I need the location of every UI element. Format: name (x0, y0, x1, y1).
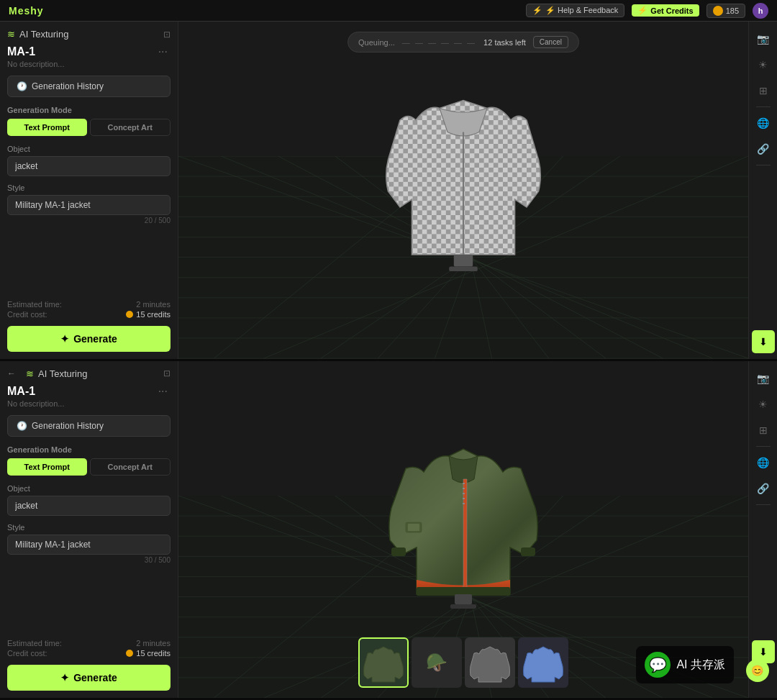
sidebar-title-row-2: ← ≋ AI Texturing (7, 368, 87, 379)
credits-display: 185 (706, 4, 745, 18)
sparkle-icon-1: ✦ (60, 333, 69, 345)
sun-tool-button-1[interactable]: ☀ (752, 53, 775, 76)
style-label-2: Style (7, 523, 171, 532)
generate-button-2[interactable]: ✦ Generate (7, 665, 171, 691)
help-feedback-button[interactable]: ⚡ ⚡ Help & Feedback (526, 4, 624, 17)
char-count-2: 30 / 500 (7, 556, 171, 564)
ai-texture-icon: ≋ (7, 29, 15, 40)
thumbnail-2[interactable] (465, 637, 515, 688)
bolt-icon: ⚡ (637, 6, 648, 15)
sidebar-1-title: AI Texturing (19, 29, 68, 40)
thumbnail-1[interactable]: 🪖 (412, 637, 462, 688)
estimated-row-2: Estimated time: 2 minutes (7, 639, 171, 647)
viewport-1: Queuing... — — — — — — 12 tasks left Can… (178, 22, 748, 359)
object-label-2: Object (7, 484, 171, 493)
style-input-1[interactable] (7, 195, 171, 215)
back-button-2[interactable]: ← (7, 368, 16, 378)
user-avatar[interactable]: h (753, 3, 768, 19)
panels-container: ≋ AI Texturing ⊡ MA-1 No description... … (0, 22, 777, 700)
sidebar-title-row: ≋ AI Texturing (7, 29, 68, 40)
project-name-2: MA-1 (7, 385, 64, 398)
credit-cost-row-2: Credit cost: 15 credits (7, 649, 171, 658)
sidebar-1-header: ≋ AI Texturing ⊡ (7, 29, 171, 40)
toolbar-separator-1 (756, 106, 771, 107)
jacket-svg-2 (384, 436, 542, 623)
svg-rect-60 (521, 547, 535, 556)
coin-icon (713, 6, 723, 16)
chat-float-button[interactable]: 😊 (746, 659, 769, 682)
thumbnail-0[interactable] (358, 637, 409, 688)
object-input-1[interactable] (7, 156, 171, 176)
viewport-2: 🪖 💬 AI 共存派 (178, 361, 748, 699)
expand-button-2[interactable]: ⊡ (163, 368, 171, 378)
sun-tool-button-2[interactable]: ☀ (752, 393, 775, 416)
cancel-button[interactable]: Cancel (533, 36, 568, 48)
credit-cost-row-1: Credit cost: 15 credits (7, 310, 171, 319)
credit-coin-icon-2 (126, 650, 133, 657)
concept-art-tab-2[interactable]: Concept Art (90, 458, 171, 476)
project-name-1: MA-1 (7, 45, 64, 58)
thumbnail-strip: 🪖 (358, 637, 568, 688)
style-label-1: Style (7, 183, 171, 192)
sidebar-2-title: AI Texturing (38, 368, 87, 379)
history-icon-1: 🕐 (17, 81, 27, 91)
queuing-dots: — — — — — — (402, 38, 476, 47)
text-prompt-tab-1[interactable]: Text Prompt (7, 119, 87, 136)
queuing-text: Queuing... (358, 38, 395, 47)
svg-rect-52 (463, 483, 465, 484)
project-info-2: MA-1 No description... (7, 385, 64, 415)
wechat-icon: 💬 (645, 652, 671, 678)
camera-tool-button-1[interactable]: 📷 (752, 27, 775, 50)
style-input-2[interactable] (7, 535, 171, 555)
history-icon-2: 🕐 (17, 421, 27, 431)
expand-button-1[interactable]: ⊡ (163, 29, 171, 40)
project-row-2: MA-1 No description... ··· (7, 385, 171, 415)
download-tool-button-1[interactable]: ⬇ (752, 330, 775, 353)
topbar-right: ⚡ ⚡ Help & Feedback ⚡ Get Credits 185 h (526, 3, 768, 19)
watermark: 💬 AI 共存派 (636, 646, 734, 683)
mode-tabs-2: Text Prompt Concept Art (7, 458, 171, 476)
generate-button-1[interactable]: ✦ Generate (7, 326, 171, 352)
panel-1: ≋ AI Texturing ⊡ MA-1 No description... … (0, 22, 777, 361)
jacket-svg-1 (384, 96, 542, 278)
jacket-model-1 (384, 96, 542, 283)
jacket-model-2 (384, 436, 542, 623)
ai-texture-icon-2: ≋ (26, 368, 34, 379)
concept-art-tab-1[interactable]: Concept Art (90, 119, 171, 136)
generation-mode-label-2: Generation Mode (7, 445, 171, 454)
text-prompt-tab-2[interactable]: Text Prompt (7, 458, 87, 476)
credit-coin-icon-1 (126, 311, 133, 318)
tasks-left: 12 tasks left (483, 38, 526, 47)
more-options-button-1[interactable]: ··· (155, 45, 171, 58)
sidebar-2-header: ← ≋ AI Texturing ⊡ (7, 368, 171, 379)
project-row-1: MA-1 No description... ··· (7, 45, 171, 76)
link-tool-button-2[interactable]: 🔗 (752, 477, 775, 500)
camera-tool-button-2[interactable]: 📷 (752, 367, 775, 390)
grid-tool-button-2[interactable]: ⊞ (752, 419, 775, 442)
object-label-1: Object (7, 145, 171, 153)
mode-tabs-1: Text Prompt Concept Art (7, 119, 171, 136)
object-input-2[interactable] (7, 496, 171, 516)
topbar: Meshy ⚡ ⚡ Help & Feedback ⚡ Get Credits … (0, 0, 777, 22)
svg-rect-29 (449, 267, 478, 272)
sidebar-2: ← ≋ AI Texturing ⊡ MA-1 No description..… (0, 361, 178, 699)
get-credits-button[interactable]: ⚡ Get Credits (632, 4, 699, 17)
svg-rect-55 (463, 498, 465, 499)
thumbnail-3[interactable] (518, 637, 568, 688)
sidebar-1: ≋ AI Texturing ⊡ MA-1 No description... … (0, 22, 178, 359)
grid-tool-button-1[interactable]: ⊞ (752, 79, 775, 102)
project-desc-1: No description... (7, 60, 64, 68)
right-toolbar-1: 📷 ☀ ⊞ 🌐 🔗 ⬇ (748, 22, 777, 359)
globe-tool-button-2[interactable]: 🌐 (752, 451, 775, 474)
generation-history-button-1[interactable]: 🕐 Generation History (7, 76, 171, 97)
globe-tool-button-1[interactable]: 🌐 (752, 112, 775, 135)
svg-rect-63 (450, 604, 476, 609)
svg-rect-53 (463, 488, 465, 489)
generation-history-button-2[interactable]: 🕐 Generation History (7, 415, 171, 437)
sparkle-icon-2: ✦ (60, 672, 69, 683)
more-options-button-2[interactable]: ··· (155, 385, 171, 398)
logo: Meshy (9, 5, 44, 17)
link-tool-button-1[interactable]: 🔗 (752, 137, 775, 160)
svg-rect-28 (454, 255, 473, 267)
generation-mode-label-1: Generation Mode (7, 106, 171, 114)
